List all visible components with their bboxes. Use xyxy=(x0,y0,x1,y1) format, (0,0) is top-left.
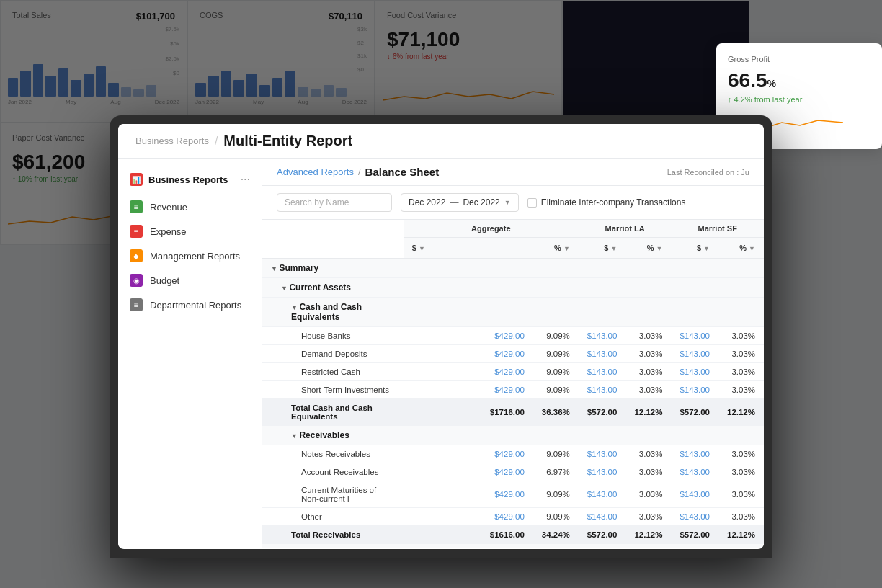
table-row: ▼ Receivables xyxy=(262,426,764,445)
table-row: Total Receivables$1616.0034.24%$572.0012… xyxy=(262,526,764,544)
col-la-dollar[interactable]: $ ▼ xyxy=(579,238,626,259)
table-row: Account Receivables$429.006.97%$143.003.… xyxy=(262,463,764,481)
col-agg-dollar[interactable]: $ ▼ xyxy=(404,238,533,259)
sidebar-item-expense[interactable]: ≡ Expense xyxy=(118,219,262,244)
eliminate-label: Eliminate Inter-company Transactions xyxy=(541,197,686,208)
content-breadcrumb: Advanced Reports / Balance Sheet xyxy=(277,166,439,178)
search-box[interactable]: Search by Name xyxy=(277,193,392,212)
last-reconciled: Last Reconciled on : Ju xyxy=(667,168,749,177)
expense-label: Expense xyxy=(150,226,187,237)
col-group-marriot-sf: Marriot SF xyxy=(671,220,764,238)
laptop-frame: Business Reports / Multi-Entity Report 📊… xyxy=(110,115,772,558)
filters-bar: Search by Name Dec 2022 — Dec 2022 ▼ Eli… xyxy=(262,186,764,220)
app-body: 📊 Business Reports ··· ≡ Revenue ≡ Expen… xyxy=(118,159,764,548)
gp-value: 66.5% xyxy=(728,69,870,92)
col-agg-pct[interactable]: % ▼ xyxy=(533,238,579,259)
table-row: ▼ Other Current Assets xyxy=(262,544,764,546)
col-group-aggregate: Aggregate xyxy=(404,220,579,238)
sidebar-item-management[interactable]: ◆ Management Reports xyxy=(118,244,262,268)
col-sf-dollar[interactable]: $ ▼ xyxy=(671,238,718,259)
balance-sheet-table: Aggregate Marriot LA Marriot SF $ ▼ % ▼ … xyxy=(262,220,764,545)
col-la-pct[interactable]: % ▼ xyxy=(625,238,671,259)
search-placeholder: Search by Name xyxy=(285,197,349,208)
page-title: Balance Sheet xyxy=(365,166,440,178)
gp-change: ↑ 4.2% from last year xyxy=(728,95,870,104)
table-row: Current Maturities of Non-current l$429.… xyxy=(262,481,764,508)
table-row: House Banks$429.009.09%$143.003.03%$143.… xyxy=(262,327,764,345)
departmental-icon: ≡ xyxy=(130,298,143,311)
app-header: Business Reports / Multi-Entity Report xyxy=(118,124,764,159)
header-sep: / xyxy=(215,135,218,148)
breadcrumb-advanced-reports[interactable]: Advanced Reports xyxy=(277,166,354,177)
departmental-label: Departmental Reports xyxy=(150,300,241,311)
revenue-icon: ≡ xyxy=(130,200,143,213)
col-group-marriot-la: Marriot LA xyxy=(579,220,672,238)
table-row: ▼ Summary xyxy=(262,259,764,278)
management-label: Management Reports xyxy=(150,251,240,262)
sidebar-more-button[interactable]: ··· xyxy=(241,173,250,186)
laptop-screen: Business Reports / Multi-Entity Report 📊… xyxy=(118,124,764,549)
table-row: ▼ Current Assets xyxy=(262,278,764,298)
budget-icon: ◉ xyxy=(130,274,143,287)
table-row: Notes Receivables$429.009.09%$143.003.03… xyxy=(262,445,764,463)
date-range-picker[interactable]: Dec 2022 — Dec 2022 ▼ xyxy=(401,193,519,212)
business-reports-icon: 📊 xyxy=(130,173,143,186)
expense-icon: ≡ xyxy=(130,225,143,238)
date-to: Dec 2022 xyxy=(463,197,499,208)
sidebar-header: 📊 Business Reports ··· xyxy=(118,167,262,192)
col-sf-pct[interactable]: % ▼ xyxy=(718,238,764,259)
header-breadcrumb: Business Reports xyxy=(135,135,209,146)
sidebar-item-budget[interactable]: ◉ Budget xyxy=(118,268,262,293)
header-title: Multi-Entity Report xyxy=(223,133,352,149)
table-container: Aggregate Marriot LA Marriot SF $ ▼ % ▼ … xyxy=(262,220,764,545)
date-dropdown-icon: ▼ xyxy=(504,199,511,206)
table-row: Total Cash and Cash Equivalents$1716.003… xyxy=(262,399,764,426)
date-arrow: — xyxy=(450,197,458,208)
breadcrumb-sep: / xyxy=(358,166,361,177)
sidebar-item-departmental[interactable]: ≡ Departmental Reports xyxy=(118,293,262,317)
eliminate-checkbox-label[interactable]: Eliminate Inter-company Transactions xyxy=(527,197,686,208)
sidebar-item-revenue[interactable]: ≡ Revenue xyxy=(118,195,262,219)
gp-title: Gross Profit xyxy=(728,55,870,63)
sidebar-title: 📊 Business Reports xyxy=(130,173,228,186)
table-row: Restricted Cash$429.009.09%$143.003.03%$… xyxy=(262,363,764,381)
revenue-label: Revenue xyxy=(150,202,187,213)
date-from: Dec 2022 xyxy=(409,197,445,208)
budget-label: Budget xyxy=(150,275,179,286)
table-row: Short-Term Investments$429.009.09%$143.0… xyxy=(262,381,764,399)
management-icon: ◆ xyxy=(130,249,143,262)
sidebar: 📊 Business Reports ··· ≡ Revenue ≡ Expen… xyxy=(118,159,262,548)
eliminate-checkbox[interactable] xyxy=(527,198,537,208)
table-row: Demand Deposits$429.009.09%$143.003.03%$… xyxy=(262,345,764,363)
main-content: Advanced Reports / Balance Sheet Last Re… xyxy=(262,159,764,548)
table-row: Other$429.009.09%$143.003.03%$143.003.03… xyxy=(262,508,764,526)
table-row: ▼ Cash and Cash Equivalents xyxy=(262,298,764,327)
content-header: Advanced Reports / Balance Sheet Last Re… xyxy=(262,159,764,186)
